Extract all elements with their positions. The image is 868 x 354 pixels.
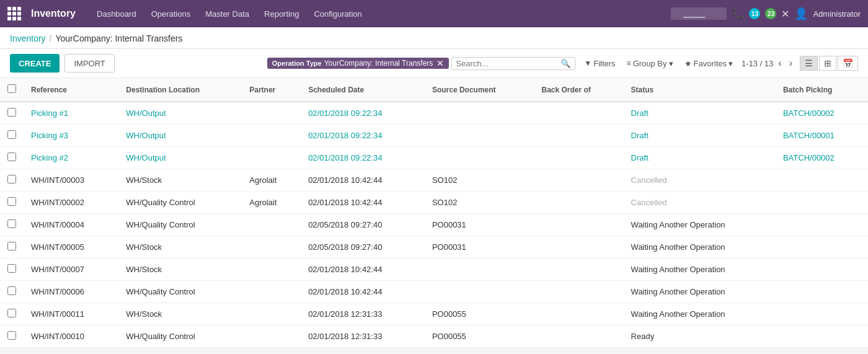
search-button[interactable]: 🔍 [560, 59, 571, 68]
row-reference[interactable]: Picking #1 [24, 102, 118, 125]
row-checkbox-cell[interactable] [0, 214, 24, 236]
date-link[interactable]: 02/01/2018 09:22:34 [308, 153, 382, 162]
row-checkbox-cell[interactable] [0, 125, 24, 147]
status-badge: Waiting Another Operation [631, 265, 725, 274]
row-status: Draft [624, 147, 776, 169]
row-checkbox[interactable] [7, 309, 16, 317]
row-checkbox-cell[interactable] [0, 147, 24, 169]
notifications-badge[interactable]: 23 [765, 8, 776, 19]
table-row: WH/INT/00003 WH/Stock Agrolait 02/01/201… [0, 169, 868, 192]
kanban-view-button[interactable]: ⊞ [819, 56, 836, 71]
row-back-order [534, 192, 624, 214]
row-checkbox-cell[interactable] [0, 169, 24, 192]
col-batch-picking[interactable]: Batch Picking [776, 78, 868, 102]
select-all-checkbox[interactable] [7, 84, 16, 93]
breadcrumb-parent[interactable]: Inventory [10, 33, 46, 43]
col-status[interactable]: Status [624, 78, 776, 102]
create-button[interactable]: CREATE [10, 54, 60, 73]
row-batch-picking[interactable]: BATCH/00002 [776, 102, 868, 125]
destination-link[interactable]: WH/Output [126, 131, 166, 140]
row-back-order [534, 169, 624, 192]
row-reference[interactable]: Picking #2 [24, 147, 118, 169]
calendar-view-button[interactable]: 📅 [838, 56, 858, 71]
search-input[interactable] [456, 59, 560, 68]
row-checkbox[interactable] [7, 130, 16, 139]
row-checkbox[interactable] [7, 108, 16, 117]
row-checkbox[interactable] [7, 175, 16, 184]
page-header: Inventory / YourCompany: Internal Transf… [0, 27, 868, 49]
destination-link[interactable]: WH/Output [126, 153, 166, 162]
row-destination[interactable]: WH/Output [118, 125, 242, 147]
destination-text: WH/Stock [126, 175, 162, 185]
groupby-button[interactable]: ≡ Group By ▾ [623, 57, 677, 70]
reference-link[interactable]: Picking #2 [31, 153, 68, 162]
row-checkbox-cell[interactable] [0, 192, 24, 214]
row-checkbox-cell[interactable] [0, 325, 24, 348]
row-checkbox-cell[interactable] [0, 236, 24, 259]
col-back-order[interactable]: Back Order of [534, 78, 624, 102]
row-checkbox[interactable] [7, 197, 16, 206]
row-checkbox[interactable] [7, 331, 16, 340]
row-checkbox[interactable] [7, 242, 16, 250]
reference-link[interactable]: Picking #3 [31, 131, 68, 140]
row-checkbox-cell[interactable] [0, 281, 24, 303]
pagination-text: 1-13 / 13 [742, 59, 773, 68]
next-page-button[interactable]: › [787, 56, 795, 70]
status-badge: Cancelled [631, 198, 667, 207]
batch-link[interactable]: BATCH/00001 [783, 131, 835, 140]
row-scheduled-date[interactable]: 02/01/2018 09:22:34 [301, 147, 425, 169]
date-link[interactable]: 02/01/2018 09:22:34 [308, 108, 382, 118]
row-checkbox-cell[interactable] [0, 102, 24, 125]
row-batch-picking[interactable]: BATCH/00002 [776, 147, 868, 169]
row-reference[interactable]: Picking #3 [24, 125, 118, 147]
row-checkbox-cell[interactable] [0, 259, 24, 281]
row-back-order [534, 325, 624, 348]
col-reference[interactable]: Reference [24, 78, 118, 102]
row-batch-picking[interactable]: BATCH/00001 [776, 125, 868, 147]
filter-tag-close-icon[interactable]: ✕ [436, 59, 444, 68]
col-partner[interactable]: Partner [242, 78, 301, 102]
reference-link[interactable]: Picking #1 [31, 108, 68, 118]
row-checkbox[interactable] [7, 219, 16, 228]
nav-reporting[interactable]: Reporting [258, 7, 305, 21]
destination-link[interactable]: WH/Output [126, 108, 166, 118]
row-partner [242, 325, 301, 348]
date-link[interactable]: 02/01/2018 09:22:34 [308, 131, 382, 140]
nav-dashboard[interactable]: Dashboard [91, 7, 143, 21]
import-button[interactable]: IMPORT [64, 54, 114, 73]
col-scheduled-date[interactable]: Scheduled Date [301, 78, 425, 102]
favorites-button[interactable]: ★ Favorites ▾ [681, 57, 737, 70]
row-scheduled-date[interactable]: 02/01/2018 09:22:34 [301, 102, 425, 125]
source-doc-text: PO00031 [432, 220, 466, 229]
row-checkbox[interactable] [7, 286, 16, 295]
status-badge: Waiting Another Operation [631, 309, 725, 319]
row-status: Waiting Another Operation [624, 214, 776, 236]
settings-icon[interactable]: ✕ [781, 8, 789, 20]
nav-master-data[interactable]: Master Data [199, 7, 255, 21]
row-checkbox[interactable] [7, 264, 16, 273]
groupby-label: Group By [633, 59, 667, 68]
phone-icon[interactable]: 📞 [732, 8, 744, 20]
row-checkbox-cell[interactable] [0, 303, 24, 325]
table-row: Picking #2 WH/Output 02/01/2018 09:22:34… [0, 147, 868, 169]
nav-operations[interactable]: Operations [145, 7, 197, 21]
row-partner: Agrolait [242, 169, 301, 192]
col-source-doc[interactable]: Source Document [425, 78, 534, 102]
select-all-header[interactable] [0, 78, 24, 102]
row-destination[interactable]: WH/Output [118, 147, 242, 169]
list-view-button[interactable]: ☰ [800, 56, 818, 71]
row-destination[interactable]: WH/Output [118, 102, 242, 125]
nav-configuration[interactable]: Configuration [308, 7, 368, 21]
messages-badge[interactable]: 13 [749, 8, 760, 19]
batch-link[interactable]: BATCH/00002 [783, 108, 835, 118]
filters-button[interactable]: ▼ Filters [580, 57, 619, 70]
row-scheduled-date[interactable]: 02/01/2018 09:22:34 [301, 125, 425, 147]
prev-page-button[interactable]: ‹ [776, 56, 784, 70]
breadcrumb-separator: / [50, 33, 52, 43]
col-destination[interactable]: Destination Location [118, 78, 242, 102]
batch-link[interactable]: BATCH/00002 [783, 153, 835, 162]
user-name[interactable]: Administrator [813, 9, 861, 19]
apps-icon[interactable] [7, 7, 21, 20]
row-reference: WH/INT/00005 [24, 236, 118, 259]
row-checkbox[interactable] [7, 153, 16, 161]
